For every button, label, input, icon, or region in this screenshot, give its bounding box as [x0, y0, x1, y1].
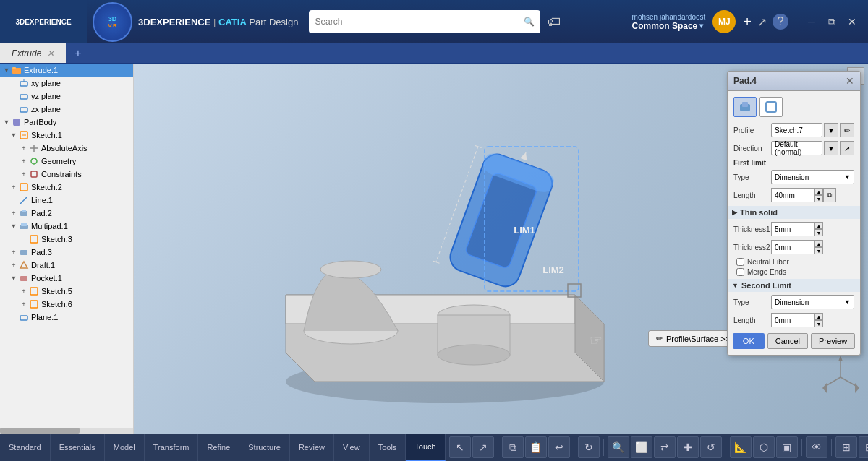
pad-icon-button-2[interactable] [760, 97, 783, 117]
tab-standard[interactable]: Standard [0, 434, 51, 461]
tool-paste[interactable]: 📋 [525, 436, 547, 458]
type2-value[interactable]: Dimension ▼ [771, 295, 854, 309]
second-limit-collapse[interactable]: ▼ [732, 282, 739, 289]
thickness1-up[interactable]: ▲ [814, 222, 823, 229]
profile-pencil-button[interactable]: ✏ [840, 123, 854, 137]
pad-icon-button-1[interactable] [733, 97, 757, 117]
workspace-chevron[interactable]: ▾ [699, 22, 703, 30]
sidebar-scrollbar[interactable] [0, 428, 133, 434]
first-limit-title: First limit [733, 159, 854, 167]
tool-measure[interactable]: 📐 [730, 436, 752, 458]
length2-up[interactable]: ▲ [814, 313, 823, 320]
sidebar-item-geometry[interactable]: + Geometry [0, 155, 133, 168]
tool-grid[interactable]: ⊞ [835, 436, 857, 458]
tool-symmetry[interactable]: ⇄ [654, 436, 676, 458]
search-icon[interactable]: 🔍 [524, 17, 535, 27]
sidebar-item-draft1[interactable]: + Draft.1 [0, 259, 133, 272]
sidebar-item-pad3[interactable]: + Pad.3 [0, 246, 133, 259]
sidebar-item-partbody[interactable]: ▼ PartBody [0, 116, 133, 129]
minimize-button[interactable]: ─ [803, 13, 820, 30]
length2-down[interactable]: ▼ [814, 320, 823, 327]
sidebar-item-line1[interactable]: Line.1 [0, 194, 133, 207]
sidebar-item-sketch2[interactable]: + Sketch.2 [0, 181, 133, 194]
sidebar-item-sketch5[interactable]: + Sketch.5 [0, 285, 133, 298]
sidebar-item-sketch1[interactable]: ▼ Sketch.1 [0, 129, 133, 142]
sidebar-item-sketch6[interactable]: + Sketch.6 [0, 298, 133, 311]
tool-cylinder[interactable]: ⬡ [753, 436, 775, 458]
tool-move[interactable]: ✚ [677, 436, 699, 458]
length2-label: Length [733, 316, 771, 324]
tool-undo[interactable]: ↩ [548, 436, 570, 458]
length2-input[interactable] [771, 313, 814, 327]
thickness1-down[interactable]: ▼ [814, 229, 823, 236]
sidebar-item-multipad1[interactable]: ▼ Multipad.1 [0, 220, 133, 233]
tab-view[interactable]: View [334, 434, 370, 461]
length-input[interactable] [771, 188, 814, 202]
tab-tools[interactable]: Tools [370, 434, 407, 461]
tool-copy[interactable]: ⧉ [502, 436, 524, 458]
search-input[interactable] [315, 17, 519, 27]
tool-rotate[interactable]: ↺ [700, 436, 722, 458]
tag-icon[interactable]: 🏷 [548, 14, 561, 30]
tab-refine[interactable]: Refine [198, 434, 239, 461]
profile-edit-button[interactable]: ▼ [824, 123, 838, 137]
sidebar-item-constraints[interactable]: + Constraints [0, 168, 133, 181]
close-button[interactable]: ✕ [843, 13, 861, 30]
sidebar-item-xyplane[interactable]: xy plane [0, 77, 133, 90]
thickness2-up[interactable]: ▲ [814, 240, 823, 247]
tab-transform[interactable]: Transform [145, 434, 199, 461]
thin-solid-collapse[interactable]: ▶ [732, 209, 737, 216]
tab-close-icon[interactable]: ✕ [47, 48, 54, 59]
direction-value[interactable]: Default (normal) [771, 141, 822, 155]
tool-select[interactable]: ↖ [449, 436, 471, 458]
profile-value[interactable]: Sketch.7 [771, 123, 822, 137]
sidebar-item-zxplane[interactable]: zx plane [0, 103, 133, 116]
preview-button[interactable]: Preview [811, 333, 855, 349]
sidebar-item-pocket1[interactable]: ▼ Pocket.1 [0, 272, 133, 285]
tool-search[interactable]: 🔍 [608, 436, 629, 458]
neutral-fiber-checkbox[interactable] [736, 258, 744, 266]
tab-essentials[interactable]: Essentials [51, 434, 105, 461]
sidebar-item-plane1[interactable]: Plane.1 [0, 311, 133, 324]
thickness2-input[interactable] [771, 240, 814, 254]
tab-add-button[interactable]: + [66, 43, 90, 63]
tool-grid2[interactable]: ⊟ [859, 436, 868, 458]
tab-model[interactable]: Model [105, 434, 145, 461]
cancel-button[interactable]: Cancel [767, 333, 808, 349]
tool-arrow[interactable]: ↗ [472, 436, 494, 458]
sidebar-item-pad2[interactable]: + Pad.2 [0, 207, 133, 220]
direction-edit-button[interactable]: ↗ [840, 141, 854, 155]
add-button[interactable]: + [743, 14, 752, 30]
tab-structure[interactable]: Structure [239, 434, 290, 461]
tab-extrude[interactable]: Extrude ✕ [0, 43, 66, 63]
expand-extrude1[interactable]: ▼ [3, 66, 10, 74]
type-value[interactable]: Dimension ▼ [771, 170, 854, 184]
tool-box2[interactable]: ▣ [776, 436, 798, 458]
merge-ends-checkbox[interactable] [736, 268, 744, 276]
tool-camera[interactable]: 👁 [806, 436, 827, 458]
sidebar-scrollbar-thumb[interactable] [0, 428, 80, 434]
direction-dropdown-button[interactable]: ▼ [824, 141, 838, 155]
pad4-close-button[interactable]: ✕ [846, 75, 854, 87]
tool-refresh[interactable]: ↻ [578, 436, 600, 458]
profile-surface-button[interactable]: ✏ Profile\Surface >> [648, 330, 738, 347]
help-icon[interactable]: ? [773, 14, 788, 30]
sidebar-item-yzplane[interactable]: yz plane [0, 90, 133, 103]
sidebar-item-extrude1[interactable]: ▼ Extrude.1 [0, 64, 133, 77]
tool-box[interactable]: ⬜ [631, 436, 652, 458]
sidebar-item-sketch3[interactable]: Sketch.3 [0, 233, 133, 246]
tab-touch[interactable]: Touch [406, 434, 445, 461]
restore-button[interactable]: ⧉ [823, 13, 841, 30]
share-icon[interactable]: ↗ [757, 15, 767, 29]
length-down[interactable]: ▼ [814, 195, 823, 202]
length-up[interactable]: ▲ [814, 188, 823, 195]
tab-review[interactable]: Review [290, 434, 334, 461]
thickness1-input[interactable] [771, 222, 814, 236]
thickness2-down[interactable]: ▼ [814, 247, 823, 254]
ok-button[interactable]: OK [733, 333, 765, 349]
length-merge-button[interactable]: ⧉ [823, 188, 836, 202]
compass-button[interactable]: 3D V.R [93, 2, 132, 42]
sidebar-item-absoluteaxis[interactable]: + AbsoluteAxis [0, 142, 133, 155]
topbar: 3DEXPERIENCE 3D V.R 3DEXPERIENCE | CATIA… [0, 0, 868, 43]
dialog-type-row: Type Dimension ▼ [733, 170, 854, 184]
